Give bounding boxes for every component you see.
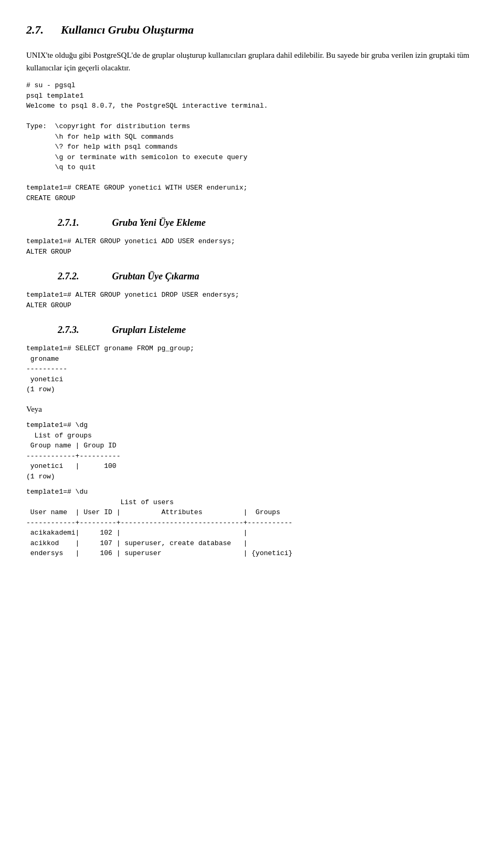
subsection-271-title: Gruba Yeni Üye Ekleme: [112, 217, 206, 228]
subsection-272-title: Grubtan Üye Çıkarma: [112, 271, 200, 281]
code-block-4: template1=# SELECT groname FROM pg_group…: [26, 343, 478, 395]
section-title: Kullanıcı Grubu Oluşturma: [61, 23, 194, 36]
section-heading: 2.7. Kullanıcı Grubu Oluşturma: [26, 21, 478, 38]
subsection-273-heading: 2.7.3. Grupları Listeleme: [58, 323, 478, 337]
subsection-272-number: 2.7.2.: [58, 271, 79, 281]
subsection-272-heading: 2.7.2. Grubtan Üye Çıkarma: [58, 269, 478, 284]
subsection-273-title: Grupları Listeleme: [112, 325, 186, 335]
code-block-3: template1=# ALTER GROUP yonetici DROP US…: [26, 290, 478, 310]
subsection-273-number: 2.7.3.: [58, 325, 79, 335]
subsection-271-heading: 2.7.1. Gruba Yeni Üye Ekleme: [58, 216, 478, 230]
code-block-5: template1=# \dg List of groups Group nam…: [26, 420, 478, 482]
code-block-2: template1=# ALTER GROUP yonetici ADD USE…: [26, 236, 478, 257]
veya-label: Veya: [26, 403, 478, 415]
subsection-271-number: 2.7.1.: [58, 217, 79, 228]
intro-text: UNIX'te olduğu gibi PostgreSQL'de de gru…: [26, 49, 478, 74]
code-block-1: # su - pgsql psql template1 Welcome to p…: [26, 80, 478, 203]
section-number: 2.7.: [26, 23, 44, 36]
code-block-6: template1=# \du List of users User name …: [26, 487, 478, 559]
